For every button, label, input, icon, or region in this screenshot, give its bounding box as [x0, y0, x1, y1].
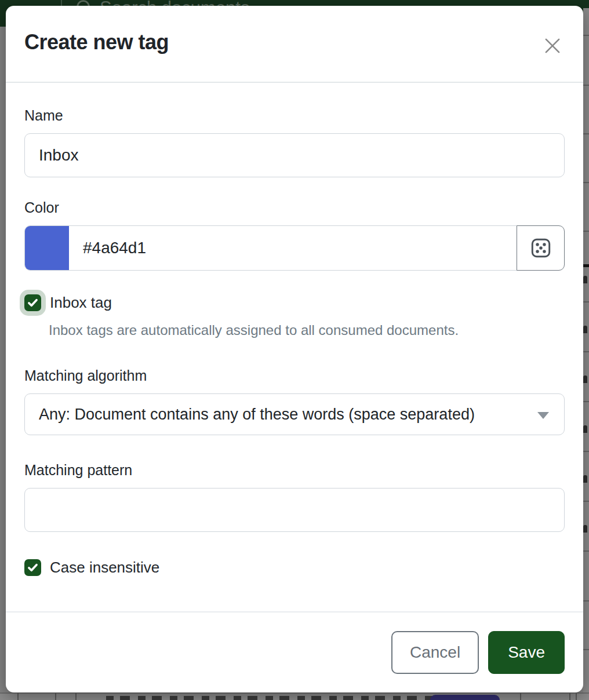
backdrop-column-line: [576, 693, 577, 700]
checkbox-check-icon: [27, 562, 39, 574]
matching-algorithm-label: Matching algorithm: [24, 367, 565, 384]
backdrop-column-line: [75, 693, 77, 700]
backdrop-row-line: [583, 35, 589, 36]
color-input-group: [24, 225, 517, 271]
backdrop-tag-pill: [430, 695, 500, 700]
backdrop-row-line: [583, 133, 589, 134]
backdrop-row-text-hint: [583, 276, 587, 283]
matching-algorithm-value: Any: Document contains any of these word…: [39, 406, 475, 424]
backdrop-row-line: [583, 401, 589, 402]
backdrop-row-text-hint: [583, 475, 587, 483]
backdrop-row-text-hint: [583, 326, 587, 333]
color-label: Color: [24, 199, 565, 216]
inbox-tag-checkbox[interactable]: [24, 294, 41, 311]
backdrop-row-line: [583, 231, 589, 232]
chevron-down-icon: [537, 412, 549, 419]
backdrop-row-text-hint: [106, 696, 439, 700]
inbox-tag-label: Inbox tag: [50, 294, 112, 312]
inbox-tag-help-text: Inbox tags are automatically assigned to…: [49, 322, 565, 338]
backdrop-table-header-line: [583, 264, 589, 267]
backdrop-row-line: [583, 451, 589, 452]
close-icon: [541, 35, 563, 57]
name-label: Name: [24, 107, 565, 124]
create-tag-modal: Create new tag Name Color: [6, 6, 583, 692]
backdrop-row-line: [583, 301, 589, 302]
dice-icon: [529, 236, 553, 260]
backdrop-row-text-hint: [583, 525, 587, 533]
backdrop-row-text-hint: [583, 375, 587, 383]
modal-body: Name Color: [6, 83, 583, 577]
backdrop-row-line: [583, 85, 589, 86]
backdrop-row-line: [583, 649, 589, 650]
random-color-button[interactable]: [517, 225, 565, 271]
matching-algorithm-select[interactable]: Any: Document contains any of these word…: [24, 393, 565, 435]
backdrop-row-line: [583, 550, 589, 552]
modal-header: Create new tag: [6, 6, 583, 83]
name-input[interactable]: [24, 133, 565, 177]
matching-pattern-input[interactable]: [24, 488, 565, 532]
color-input[interactable]: [69, 226, 517, 270]
modal-title: Create new tag: [24, 30, 565, 54]
color-swatch: [25, 226, 69, 270]
case-insensitive-label: Case insensitive: [50, 559, 159, 577]
backdrop-row-line: [583, 600, 589, 601]
backdrop-table-edge: [583, 8, 589, 700]
backdrop-row-line: [583, 182, 589, 183]
backdrop-column-line: [569, 693, 570, 700]
backdrop-column-line: [17, 693, 19, 700]
case-insensitive-checkbox[interactable]: [24, 559, 41, 576]
save-button[interactable]: Save: [488, 631, 565, 674]
backdrop-column-line: [55, 693, 56, 700]
backdrop-row-line: [583, 501, 589, 502]
backdrop-row-text-hint: [583, 425, 587, 433]
checkbox-check-icon: [27, 297, 39, 309]
backdrop-row-line: [583, 351, 589, 352]
backdrop-column-line: [520, 693, 521, 700]
modal-footer: Cancel Save: [6, 611, 583, 692]
close-button[interactable]: [538, 31, 567, 60]
cancel-button[interactable]: Cancel: [391, 631, 479, 674]
matching-pattern-label: Matching pattern: [24, 462, 565, 479]
